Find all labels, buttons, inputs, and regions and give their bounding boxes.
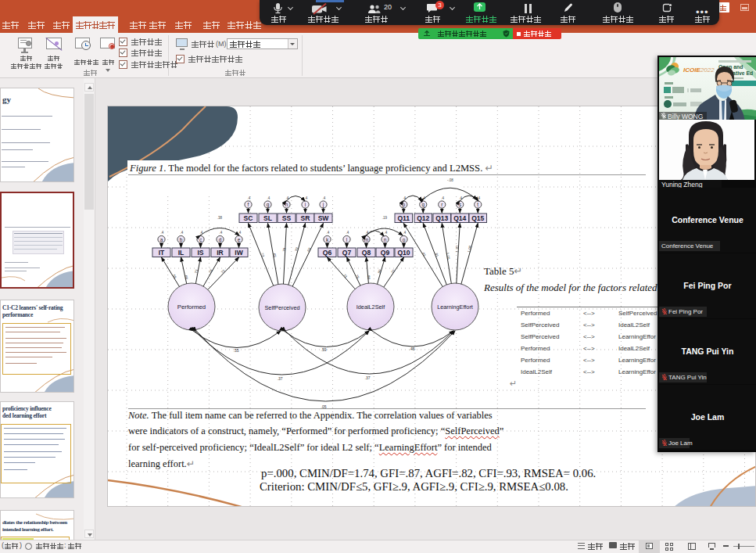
svg-text:b: b <box>180 237 183 242</box>
svg-text:.80: .80 <box>367 275 371 280</box>
svg-text:.56: .56 <box>171 273 177 279</box>
svg-text:.71: .71 <box>342 272 348 278</box>
svg-text:.4: .4 <box>422 196 425 200</box>
svg-text:j: j <box>322 202 324 208</box>
svg-text:Q11: Q11 <box>397 214 410 222</box>
svg-text:Q8: Q8 <box>362 249 371 257</box>
svg-text:SR: SR <box>301 214 310 222</box>
svg-text:Performed: Performed <box>177 303 206 311</box>
svg-text:.4: .4 <box>346 231 349 235</box>
svg-text:.4: .4 <box>248 196 251 200</box>
svg-text:.4: .4 <box>305 196 308 200</box>
svg-text:IdealL2Self: IdealL2Self <box>357 303 385 311</box>
svg-text:.75: .75 <box>354 273 360 279</box>
svg-text:.37: .37 <box>365 375 371 380</box>
svg-text:IW: IW <box>235 249 243 257</box>
svg-text:.19: .19 <box>382 216 388 220</box>
svg-text:t: t <box>477 202 478 207</box>
svg-text:.4: .4 <box>441 196 444 200</box>
svg-text:SW: SW <box>318 214 330 222</box>
svg-text:IT: IT <box>159 249 165 257</box>
svg-text:1.10: 1.10 <box>455 246 459 253</box>
svg-text:.38: .38 <box>217 216 223 220</box>
svg-text:Q6: Q6 <box>323 249 332 257</box>
svg-text:.81: .81 <box>434 252 439 258</box>
svg-text:.72: .72 <box>390 268 396 275</box>
svg-text:IR: IR <box>217 249 224 257</box>
svg-text:-.08: -.08 <box>447 178 453 182</box>
svg-text:.4: .4 <box>181 231 184 235</box>
svg-text:.68: .68 <box>184 274 188 280</box>
svg-text:.73: .73 <box>260 252 265 258</box>
svg-text:.81: .81 <box>421 251 427 257</box>
svg-text:1.05: 1.05 <box>446 252 450 260</box>
svg-text:Q13: Q13 <box>435 214 448 222</box>
svg-text:.78: .78 <box>282 247 286 253</box>
svg-text:.4: .4 <box>385 231 388 235</box>
svg-text:e: e <box>238 237 241 242</box>
svg-text:Q15: Q15 <box>471 214 484 222</box>
svg-text:IS: IS <box>197 249 203 257</box>
svg-text:.4: .4 <box>220 231 223 235</box>
svg-text:m: m <box>364 237 368 242</box>
svg-text:1.09: 1.09 <box>467 245 472 253</box>
svg-text:SC: SC <box>244 214 253 222</box>
svg-text:.4: .4 <box>161 231 164 235</box>
svg-text:.69: .69 <box>306 246 311 253</box>
svg-text:SS: SS <box>282 214 292 222</box>
svg-text:.59: .59 <box>321 347 327 352</box>
svg-text:.4: .4 <box>327 231 330 235</box>
svg-text:p: p <box>402 202 405 208</box>
svg-text:a: a <box>160 237 163 242</box>
svg-text:IL: IL <box>178 249 185 257</box>
svg-text:.55: .55 <box>234 348 239 353</box>
svg-text:LearningEffort: LearningEffort <box>437 303 473 311</box>
svg-text:d: d <box>219 237 222 242</box>
svg-text:i: i <box>305 202 306 207</box>
svg-text:Q7: Q7 <box>342 249 352 257</box>
svg-text:.4: .4 <box>267 196 271 200</box>
svg-text:.46: .46 <box>410 347 415 351</box>
svg-text:o: o <box>403 237 406 242</box>
svg-text:.4: .4 <box>477 196 480 200</box>
svg-text:.37: .37 <box>278 376 283 381</box>
svg-text:.4: .4 <box>238 231 242 235</box>
svg-text:q: q <box>421 202 425 208</box>
svg-text:.72: .72 <box>220 268 226 275</box>
svg-text:h: h <box>285 202 288 207</box>
svg-text:Q14: Q14 <box>453 214 466 222</box>
svg-text:g: g <box>267 202 270 208</box>
svg-text:SelfPerceived: SelfPerceived <box>264 304 299 311</box>
svg-text:f: f <box>248 202 249 207</box>
svg-text:.4: .4 <box>403 231 407 235</box>
svg-text:.85: .85 <box>272 252 277 258</box>
svg-text:.05: .05 <box>321 404 327 409</box>
svg-text:Q12: Q12 <box>417 214 429 222</box>
svg-text:SL: SL <box>263 214 272 222</box>
svg-text:Q9: Q9 <box>381 249 390 257</box>
svg-text:.4: .4 <box>323 196 326 200</box>
svg-text:n: n <box>384 237 387 242</box>
svg-text:Q10: Q10 <box>397 249 410 257</box>
